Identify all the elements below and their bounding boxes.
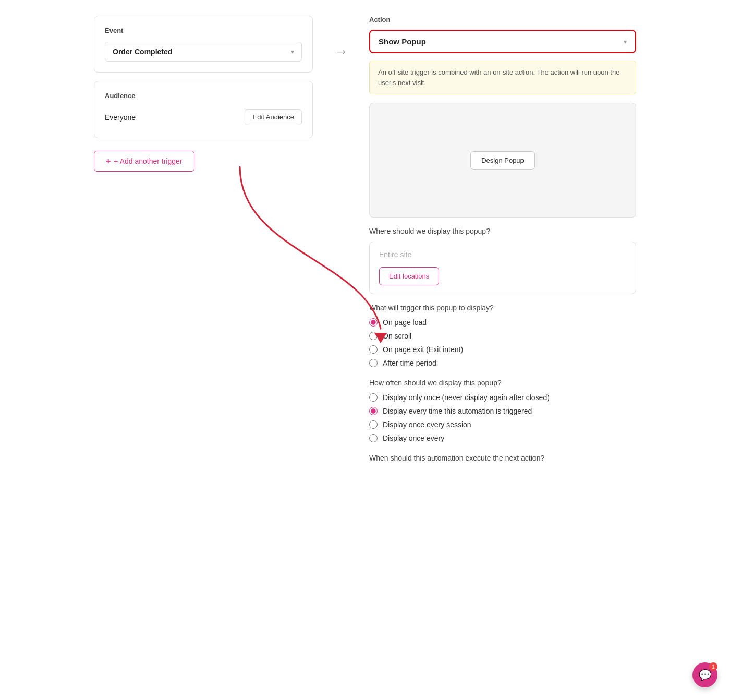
trigger-option-after-time[interactable]: After time period [369, 359, 636, 367]
audience-row: Everyone Edit Audience [105, 107, 302, 127]
event-label: Event [105, 27, 302, 34]
audience-label: Audience [105, 92, 302, 100]
frequency-radio-once-session[interactable] [369, 420, 378, 429]
next-action-question: When should this automation execute the … [369, 454, 636, 462]
edit-audience-button[interactable]: Edit Audience [245, 109, 302, 125]
event-select-value: Order Completed [113, 47, 172, 56]
action-select-value: Show Popup [379, 37, 426, 46]
frequency-label-only-once: Display only once (never display again a… [383, 393, 550, 402]
audience-card: Audience Everyone Edit Audience [94, 81, 313, 138]
add-trigger-label: + Add another trigger [114, 157, 182, 165]
trigger-label-on-page-load: On page load [383, 318, 427, 327]
frequency-radio-every-time[interactable] [369, 407, 378, 415]
event-select[interactable]: Order Completed ▾ [105, 42, 302, 62]
display-location-question: Where should we display this popup? [369, 227, 636, 235]
plus-icon: + [106, 156, 111, 166]
chevron-down-icon: ▾ [291, 48, 294, 55]
frequency-question: How often should we display this popup? [369, 379, 636, 387]
event-card: Event Order Completed ▾ [94, 16, 313, 73]
trigger-option-on-page-load[interactable]: On page load [369, 318, 636, 327]
trigger-option-on-scroll[interactable]: On scroll [369, 332, 636, 340]
frequency-option-every-time[interactable]: Display every time this automation is tr… [369, 407, 636, 415]
trigger-option-exit-intent[interactable]: On page exit (Exit intent) [369, 345, 636, 354]
trigger-radio-group: On page load On scroll On page exit (Exi… [369, 318, 636, 367]
design-popup-button[interactable]: Design Popup [470, 151, 535, 170]
trigger-label-on-scroll: On scroll [383, 332, 411, 340]
frequency-radio-once-every[interactable] [369, 434, 378, 442]
frequency-label-once-every: Display once every [383, 434, 444, 442]
frequency-option-once-every[interactable]: Display once every [369, 434, 636, 442]
action-select[interactable]: Show Popup ▾ [369, 30, 636, 53]
trigger-radio-exit-intent[interactable] [369, 345, 378, 354]
frequency-label-every-time: Display every time this automation is tr… [383, 407, 532, 415]
trigger-radio-after-time[interactable] [369, 359, 378, 367]
frequency-label-once-session: Display once every session [383, 420, 471, 429]
right-panel: Action Show Popup ▾ An off-site trigger … [369, 16, 636, 468]
chevron-down-icon: ▾ [624, 38, 627, 45]
trigger-question: What will trigger this popup to display? [369, 304, 636, 312]
audience-value: Everyone [105, 113, 136, 122]
warning-message: An off-site trigger is combined with an … [369, 61, 636, 94]
edit-locations-button[interactable]: Edit locations [379, 267, 439, 285]
frequency-radio-group: Display only once (never display again a… [369, 393, 636, 442]
frequency-radio-only-once[interactable] [369, 393, 378, 402]
frequency-option-only-once[interactable]: Display only once (never display again a… [369, 393, 636, 402]
left-panel: Event Order Completed ▾ Audience Everyon… [94, 16, 313, 468]
frequency-option-once-session[interactable]: Display once every session [369, 420, 636, 429]
trigger-radio-on-page-load[interactable] [369, 318, 378, 327]
trigger-label-exit-intent: On page exit (Exit intent) [383, 345, 463, 354]
action-label: Action [369, 16, 636, 23]
popup-preview: Design Popup [369, 103, 636, 218]
trigger-label-after-time: After time period [383, 359, 436, 367]
flow-arrow: → [334, 16, 348, 468]
location-box: Entire site Edit locations [369, 242, 636, 294]
add-trigger-button[interactable]: + + Add another trigger [94, 151, 194, 172]
trigger-radio-on-scroll[interactable] [369, 332, 378, 340]
location-placeholder: Entire site [379, 250, 626, 259]
right-arrow-icon: → [334, 44, 348, 59]
